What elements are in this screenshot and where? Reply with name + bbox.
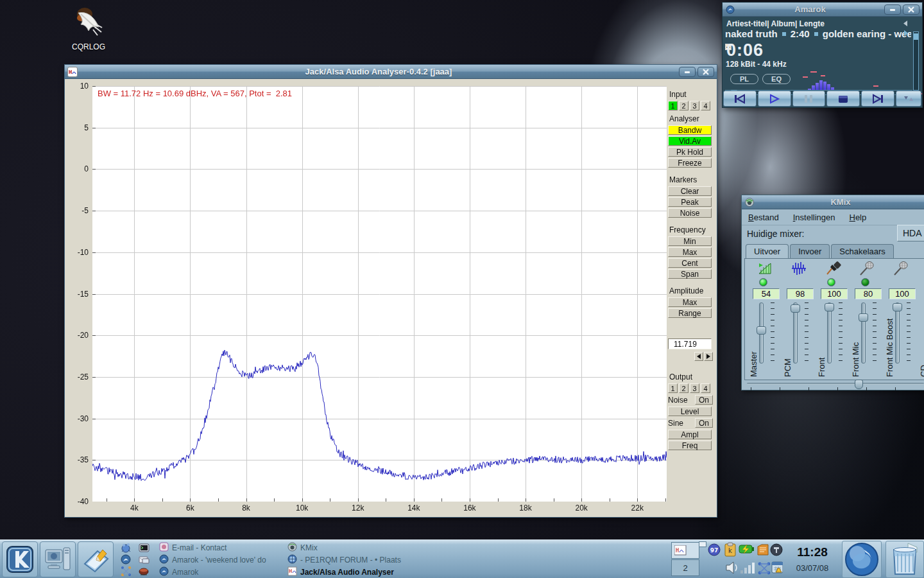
- sine-ampl-button[interactable]: Ampl: [668, 430, 712, 439]
- channel-slider[interactable]: [861, 302, 866, 363]
- taskbar-task[interactable]: Amarok: [159, 566, 286, 578]
- quicklaunch-amarok-icon[interactable]: [117, 554, 135, 565]
- system-launcher-button[interactable]: [40, 541, 76, 577]
- kalarm-tray-icon[interactable]: 97: [708, 544, 720, 556]
- taskbar-task[interactable]: E-mail - Kontact: [159, 542, 286, 554]
- channel-slider-handle[interactable]: [859, 313, 868, 322]
- tab-uitvoer[interactable]: Uitvoer: [746, 244, 789, 259]
- channel-slider-handle[interactable]: [757, 326, 766, 335]
- network-signal-tray-icon[interactable]: [740, 563, 755, 574]
- freq-max-button[interactable]: Max: [668, 247, 712, 257]
- sine-freq-button[interactable]: Freq: [668, 441, 712, 450]
- channel-slider[interactable]: [759, 302, 764, 363]
- noise-on-button[interactable]: On: [695, 395, 713, 405]
- scroll-right-icon[interactable]: [903, 30, 908, 36]
- taskbar-task[interactable]: KMix: [287, 542, 415, 554]
- channel-led[interactable]: [759, 278, 767, 286]
- amp-range-button[interactable]: Range: [668, 308, 712, 318]
- vidav-button[interactable]: Vid.Av: [668, 136, 712, 146]
- krfb-tray-icon[interactable]: [758, 563, 771, 575]
- channel-slider[interactable]: [827, 302, 832, 363]
- input-1-button[interactable]: 1: [668, 101, 678, 110]
- freq-min-button[interactable]: Min: [668, 236, 712, 246]
- pager-desktop-2[interactable]: 2: [671, 559, 699, 576]
- quicklaunch-bowl-icon[interactable]: [135, 565, 153, 577]
- quicklaunch-network-nodes-icon[interactable]: [117, 565, 135, 577]
- desktop-pager[interactable]: 2: [671, 542, 705, 577]
- next-button[interactable]: [861, 91, 894, 107]
- mixer-select[interactable]: HDA I: [897, 225, 924, 241]
- noise-level-button[interactable]: Level: [668, 407, 712, 416]
- korganizer-alarm-tray-icon[interactable]: [772, 562, 783, 573]
- sine-on-button[interactable]: On: [695, 418, 713, 428]
- pager-desktop-1[interactable]: [671, 542, 699, 559]
- jaaa-titlebar[interactable]: Jack/Alsa Audio Analyser-0.4.2 [jaaa]: [65, 65, 717, 79]
- pkhold-button[interactable]: Pk Hold: [668, 147, 712, 157]
- channel-slider[interactable]: [793, 302, 798, 363]
- amarok-minimize-button[interactable]: [884, 4, 901, 15]
- freq-span-button[interactable]: Span: [668, 269, 712, 279]
- output-3-button[interactable]: 3: [690, 383, 699, 393]
- jaaa-minimize-button[interactable]: [679, 67, 696, 77]
- amp-max-button[interactable]: Max: [668, 297, 712, 307]
- playlist-button[interactable]: PL: [730, 74, 758, 84]
- play-button[interactable]: [758, 91, 791, 107]
- menu-instellingen[interactable]: Instellingen: [793, 213, 835, 222]
- menu-help[interactable]: Help: [850, 213, 867, 222]
- kmenu-button[interactable]: [2, 541, 38, 577]
- kpowersave-tray-icon[interactable]: [739, 545, 754, 554]
- taskbar-task[interactable]: - PE1RQM FORUM - • Plaats: [287, 554, 415, 566]
- channel-slider-handle[interactable]: [791, 304, 800, 313]
- tab-schakelaars[interactable]: Schakelaars: [831, 244, 894, 259]
- quicklaunch-kmail-icon[interactable]: [135, 554, 153, 565]
- taskbar-clock[interactable]: 11:28 03/07/08: [784, 541, 841, 577]
- peak-button[interactable]: Peak: [668, 197, 712, 207]
- amarok-titlebar[interactable]: Amarok: [723, 3, 922, 17]
- value-decrement-button[interactable]: [694, 352, 703, 361]
- taskbar-task[interactable]: Amarok - 'weekend love' do: [159, 554, 286, 566]
- input-2-button[interactable]: 2: [679, 101, 689, 110]
- kopete-tray-icon[interactable]: [758, 545, 768, 555]
- channel-led[interactable]: [827, 278, 835, 286]
- knotes-launcher-button[interactable]: [78, 541, 114, 577]
- previous-button[interactable]: [723, 91, 757, 107]
- kmix-titlebar[interactable]: KMix: [742, 195, 924, 209]
- channel-slider[interactable]: [895, 302, 900, 363]
- worldclock-applet[interactable]: [842, 541, 882, 578]
- channel-slider-handle[interactable]: [893, 303, 902, 311]
- pause-button[interactable]: [792, 91, 826, 107]
- volume-handle[interactable]: [914, 33, 918, 40]
- input-4-button[interactable]: 4: [701, 101, 710, 110]
- output-4-button[interactable]: 4: [701, 383, 710, 393]
- stop-button[interactable]: [826, 91, 860, 107]
- channel-led[interactable]: [861, 278, 869, 286]
- taskbar-task[interactable]: Jack/Alsa Audio Analyser: [287, 566, 415, 578]
- spectrum-plot[interactable]: BW = 11.72 Hz = 10.69 dBHz, VA = 567, Pt…: [92, 86, 667, 502]
- amarok-close-button[interactable]: [903, 4, 920, 15]
- channel-slider-handle[interactable]: [825, 303, 834, 311]
- trash-applet[interactable]: [886, 541, 924, 578]
- value-field[interactable]: 11.719: [668, 338, 712, 349]
- clear-button[interactable]: Clear: [668, 186, 712, 196]
- jaaa-close-button[interactable]: [697, 67, 714, 77]
- menu-bestand[interactable]: Bestand: [748, 213, 779, 222]
- klipper-tray-icon[interactable]: k: [725, 543, 735, 556]
- volume-slider[interactable]: [913, 31, 919, 91]
- bandw-button[interactable]: Bandw: [668, 125, 712, 135]
- freeze-button[interactable]: Freeze: [668, 158, 712, 168]
- kmix-tray-icon[interactable]: [726, 562, 737, 574]
- value-increment-button[interactable]: [704, 352, 713, 361]
- equalizer-button[interactable]: EQ: [762, 74, 791, 84]
- scroll-left-icon[interactable]: [903, 21, 908, 26]
- balance-slider[interactable]: [747, 380, 924, 387]
- tab-invoer[interactable]: Invoer: [790, 244, 830, 259]
- analyzer-toggle-button[interactable]: [896, 91, 921, 107]
- marker-noise-button[interactable]: Noise: [668, 208, 712, 218]
- quicklaunch-blue-creature-icon[interactable]: [117, 542, 135, 554]
- quicklaunch-konsole-icon[interactable]: [135, 542, 153, 554]
- ktorrent-tray-icon[interactable]: [771, 544, 782, 556]
- desktop-icon-cqrlog[interactable]: CQRLOG: [63, 5, 114, 54]
- input-3-button[interactable]: 3: [690, 101, 699, 110]
- output-1-button[interactable]: 1: [668, 383, 678, 393]
- freq-cent-button[interactable]: Cent: [668, 258, 712, 268]
